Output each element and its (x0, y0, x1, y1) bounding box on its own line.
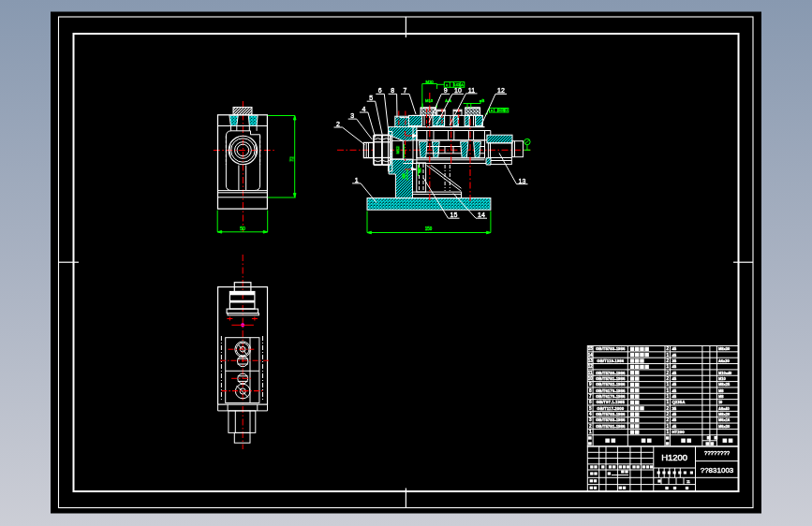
svg-text:GB/T5783-1986: GB/T5783-1986 (596, 412, 626, 416)
svg-text:35: 35 (672, 406, 676, 411)
svg-text:14: 14 (478, 212, 485, 218)
svg-text:50: 50 (240, 226, 245, 231)
svg-text:45: 45 (672, 417, 676, 422)
svg-text:12: 12 (588, 364, 594, 369)
svg-text:GB/T117-2000: GB/T117-2000 (597, 406, 624, 411)
svg-text:7: 7 (589, 394, 592, 399)
svg-text:GB/T5781-1986: GB/T5781-1986 (596, 424, 626, 429)
svg-text:2: 2 (666, 358, 669, 363)
svg-text:3: 3 (589, 417, 592, 422)
svg-text:10: 10 (588, 376, 594, 381)
svg-text:2: 2 (666, 376, 669, 381)
svg-text:2: 2 (666, 406, 669, 411)
svg-text:1: 1 (666, 394, 669, 399)
svg-text:M8x30: M8x30 (718, 346, 731, 351)
svg-text:6: 6 (378, 87, 382, 94)
svg-text:11: 11 (687, 480, 690, 484)
svg-text:Q235A: Q235A (672, 400, 686, 404)
svg-text:HT200: HT200 (672, 430, 685, 434)
svg-text:1: 1 (666, 364, 669, 369)
svg-text:M10: M10 (718, 376, 727, 381)
svg-text:45: 45 (672, 371, 676, 375)
svg-text:4: 4 (589, 412, 592, 416)
svg-text:GB/T6170-1986: GB/T6170-1986 (596, 394, 626, 399)
svg-text:2: 2 (589, 424, 592, 429)
svg-text:150: 150 (425, 226, 433, 231)
svg-text:??831003: ??831003 (701, 466, 734, 475)
svg-text:1: 1 (666, 400, 669, 404)
svg-text:A8x40: A8x40 (718, 406, 731, 411)
svg-text:M8x20: M8x20 (718, 412, 731, 416)
svg-text:6: 6 (589, 400, 592, 404)
svg-text:2: 2 (336, 121, 340, 127)
svg-text:10: 10 (718, 400, 723, 404)
svg-text:3: 3 (350, 112, 354, 119)
svg-text:1: 1 (666, 353, 669, 358)
svg-text:2: 2 (666, 412, 669, 416)
svg-text:1: 1 (666, 382, 669, 387)
svg-text:H1200: H1200 (661, 452, 687, 462)
svg-text:10: 10 (454, 87, 462, 94)
svg-text:45: 45 (672, 382, 676, 387)
svg-text:M12: M12 (396, 146, 401, 154)
svg-text:1: 1 (666, 424, 669, 429)
svg-text:M8: M8 (402, 172, 406, 178)
svg-text:45: 45 (672, 394, 676, 399)
svg-text:45: 45 (672, 424, 676, 429)
svg-text:1: 1 (666, 388, 669, 393)
svg-text:GB/T5783-1986: GB/T5783-1986 (596, 417, 626, 422)
svg-text:13: 13 (588, 358, 594, 363)
svg-text:72: 72 (289, 156, 295, 162)
svg-text:9: 9 (589, 382, 592, 387)
svg-text:1: 1 (355, 177, 359, 183)
svg-text:15: 15 (588, 346, 594, 351)
svg-text:8: 8 (589, 388, 592, 393)
svg-text:GB/T5780-1986: GB/T5780-1986 (596, 371, 626, 375)
svg-text:M6x30: M6x30 (718, 424, 731, 429)
svg-text:M8: M8 (718, 394, 724, 399)
svg-text:GB/T119-1986: GB/T119-1986 (597, 358, 624, 363)
svg-text:2: 2 (666, 346, 669, 351)
svg-text:11: 11 (468, 87, 475, 94)
svg-text:9: 9 (444, 87, 448, 94)
svg-text:45: 45 (672, 376, 676, 381)
svg-text:35: 35 (672, 358, 676, 363)
svg-text:2: 2 (666, 417, 669, 422)
svg-text:14: 14 (588, 353, 594, 358)
svg-text:11: 11 (588, 371, 593, 375)
svg-text:4: 4 (362, 106, 365, 112)
svg-text:45: 45 (672, 346, 676, 351)
svg-text:8: 8 (391, 87, 394, 94)
svg-text:45: 45 (672, 364, 676, 369)
svg-text:5: 5 (589, 406, 592, 411)
svg-text:45: 45 (672, 412, 676, 416)
svg-text:45: 45 (672, 353, 676, 358)
svg-text:15: 15 (450, 212, 458, 218)
svg-text:GB/T5781-1986: GB/T5781-1986 (596, 376, 626, 381)
svg-text:M8: M8 (718, 388, 724, 393)
svg-text:o: o (491, 109, 493, 112)
svg-text:M10: M10 (425, 80, 434, 84)
svg-text:????????: ???????? (704, 449, 731, 456)
svg-text:12: 12 (497, 87, 505, 94)
svg-text:M8x25: M8x25 (718, 382, 731, 387)
svg-text:GB/T5782-1986: GB/T5782-1986 (596, 382, 626, 387)
svg-text:7: 7 (404, 87, 407, 94)
svg-text:1: 1 (589, 430, 592, 434)
svg-text:φB: φB (480, 98, 485, 103)
svg-text:A6x30: A6x30 (718, 358, 731, 363)
svg-text:GB/T6170-1986: GB/T6170-1986 (596, 388, 626, 393)
svg-text:M10: M10 (425, 98, 434, 103)
svg-text:1: 1 (666, 430, 669, 434)
svg-text:GB/T97.1-1985: GB/T97.1-1985 (597, 400, 626, 404)
svg-text:0.03: 0.03 (498, 109, 505, 112)
svg-text:45: 45 (672, 388, 676, 393)
svg-text:GB/T5783-1986: GB/T5783-1986 (596, 346, 626, 351)
svg-text:5: 5 (369, 95, 373, 101)
svg-text:M6x16: M6x16 (718, 417, 731, 422)
svg-text:13: 13 (519, 178, 526, 184)
svg-text:M10x40: M10x40 (718, 371, 732, 375)
svg-text:2: 2 (666, 371, 669, 375)
